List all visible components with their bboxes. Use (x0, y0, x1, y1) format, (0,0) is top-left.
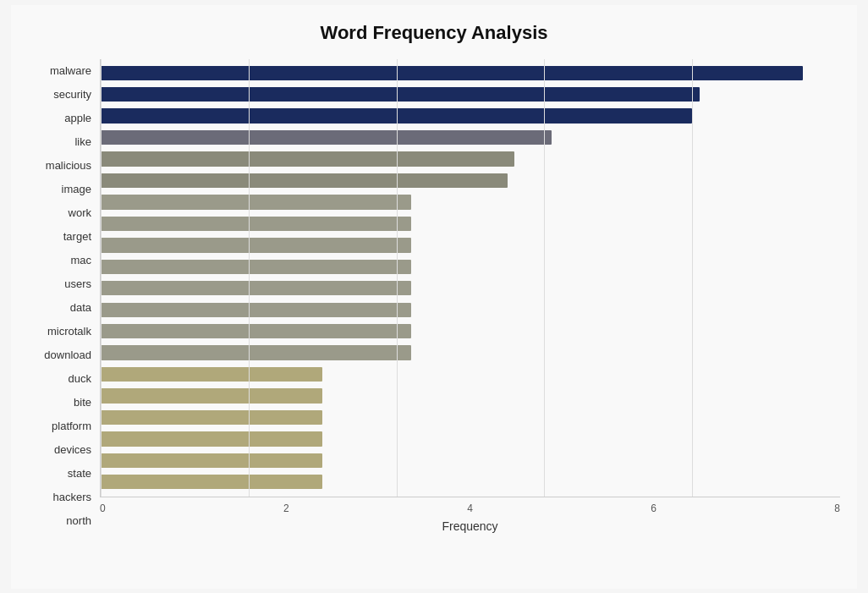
bar (101, 173, 508, 188)
x-axis: 02468 (100, 497, 840, 514)
y-label: like (74, 136, 91, 147)
y-label: image (62, 184, 91, 195)
y-label: data (70, 302, 91, 313)
y-label: target (63, 231, 91, 242)
bar-row (101, 234, 840, 255)
bar (101, 217, 411, 231)
bar (101, 410, 322, 425)
bar-row (101, 148, 840, 169)
grid-line (101, 59, 102, 497)
y-label: state (68, 468, 91, 479)
bar-row (101, 342, 840, 363)
y-label: bite (74, 397, 91, 408)
bar (101, 151, 514, 166)
bar (101, 238, 411, 252)
chart-title: Word Frequency Analysis (28, 22, 840, 44)
y-label: apple (64, 113, 91, 124)
bar-row (101, 277, 840, 299)
bar (101, 195, 411, 209)
y-label: hackers (52, 491, 91, 502)
bars-wrapper (101, 59, 840, 497)
bar-row (101, 407, 840, 428)
x-tick: 6 (651, 502, 656, 514)
bar-row (101, 191, 840, 212)
x-axis-label: Frequency (100, 519, 840, 533)
bar (101, 388, 322, 403)
bar-row (101, 321, 840, 342)
y-label: duck (69, 373, 91, 384)
grid-line (249, 59, 250, 497)
bar (101, 345, 411, 360)
bar (101, 87, 700, 102)
y-label: north (66, 515, 91, 526)
bar-row (101, 105, 840, 126)
bar-row (101, 213, 840, 234)
bar-row (101, 385, 840, 406)
chart-container: Word Frequency Analysis malwaresecuritya… (11, 5, 857, 589)
x-tick: 8 (834, 502, 840, 514)
bar (101, 66, 803, 80)
y-axis-labels: malwaresecurityapplelikemaliciousimagewo… (28, 59, 100, 533)
bar (101, 281, 411, 295)
y-label: malware (50, 65, 91, 76)
x-tick: 2 (283, 502, 289, 514)
y-label: security (53, 89, 91, 100)
y-label: users (64, 278, 91, 289)
chart-area: malwaresecurityapplelikemaliciousimagewo… (28, 59, 840, 533)
y-label: microtalk (47, 326, 91, 337)
bar (101, 453, 322, 468)
bar-row (101, 364, 840, 385)
bar-row (101, 170, 840, 191)
y-label: malicious (46, 160, 91, 171)
y-label: work (69, 207, 91, 218)
y-label: devices (54, 444, 91, 455)
bar-row (101, 84, 840, 105)
bars-and-x: 02468 Frequency (100, 59, 840, 533)
bar (101, 475, 322, 489)
x-tick: 4 (467, 502, 473, 514)
bar (101, 431, 322, 446)
bar (101, 130, 552, 145)
bar (101, 303, 411, 317)
bar (101, 324, 411, 338)
x-tick: 0 (100, 502, 106, 514)
bar-row (101, 63, 840, 84)
bar-row (101, 428, 840, 449)
y-label: download (44, 349, 91, 360)
bar (101, 367, 322, 382)
bar-row (101, 299, 840, 320)
bar-row (101, 127, 840, 148)
bars-area (100, 59, 840, 497)
bar-row (101, 471, 840, 492)
bar-row (101, 450, 840, 471)
y-label: platform (52, 420, 91, 431)
grid-line (544, 59, 545, 497)
y-label: mac (70, 255, 91, 266)
bar-row (101, 256, 840, 277)
grid-line (397, 59, 398, 497)
grid-line (692, 59, 693, 497)
bar (101, 260, 411, 274)
